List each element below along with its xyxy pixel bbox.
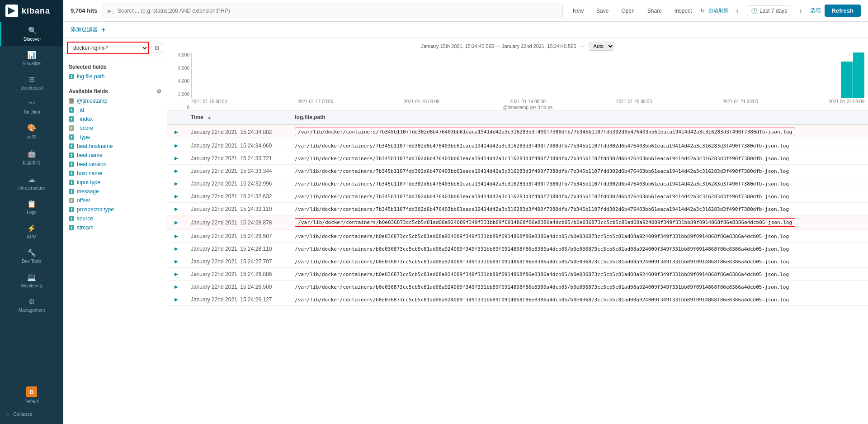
- expand-row-button[interactable]: ▶: [173, 219, 180, 226]
- kibana-logo-icon: [5, 5, 18, 17]
- timelion-label: Timelion: [23, 110, 40, 114]
- search-input[interactable]: [118, 8, 558, 14]
- index-pattern-select[interactable]: docker-nginx-*: [67, 42, 149, 54]
- filter-label[interactable]: 添加过滤器: [71, 26, 98, 33]
- expand-row-button[interactable]: ▶: [173, 180, 180, 187]
- available-field-beat.version[interactable]: t beat.version: [63, 160, 167, 169]
- sidebar-item-timelion[interactable]: 〰 Timelion: [0, 95, 63, 119]
- field-name-label: offset: [77, 197, 90, 204]
- time-cell: January 22nd 2021, 15:24:32.996: [185, 177, 289, 190]
- available-fields-label: Available fields: [69, 88, 108, 95]
- main-content: 9,704 hits ▶_ New Save Open Share Inspec…: [63, 0, 868, 424]
- open-button[interactable]: Open: [617, 6, 639, 16]
- row-expand-cell: ▶: [167, 281, 185, 293]
- fields-section: Selected fields t log.file.path Availabl…: [63, 58, 167, 424]
- ml-icon: 🤖: [27, 149, 36, 158]
- time-cell: January 22nd 2021, 15:24:28.507: [185, 230, 289, 243]
- expand-row-button[interactable]: ▶: [173, 233, 180, 239]
- prev-time-btn[interactable]: ‹: [732, 5, 743, 17]
- kibana-logo[interactable]: kibana: [0, 0, 63, 22]
- index-settings-button[interactable]: ⚙: [151, 43, 163, 53]
- table-body: ▶ January 22nd 2021, 15:24:34.882 /var/l…: [167, 124, 868, 306]
- right-content: January 15th 2021, 15:24:40.565 — Januar…: [167, 38, 868, 424]
- x-label: 2021-01-21 08:00: [722, 99, 758, 104]
- sidebar-item-monitoring[interactable]: 💻 Monitoring: [0, 268, 63, 293]
- share-button[interactable]: Share: [643, 6, 666, 16]
- refresh-button[interactable]: Refresh: [825, 5, 861, 17]
- expand-row-button[interactable]: ▶: [173, 142, 180, 149]
- time-cell: January 22nd 2021, 15:24:26.886: [185, 268, 289, 281]
- sidebar-item-infrastructure[interactable]: ☁ Infrastructure: [0, 171, 63, 195]
- y-label-2000: 2,000: [178, 92, 189, 97]
- expand-row-button[interactable]: ▶: [173, 129, 180, 135]
- path-cell: /var/lib/docker/containers/7b345b1107fdd…: [289, 190, 868, 203]
- filter-add-icon[interactable]: +: [101, 26, 105, 34]
- table-header: Time ▲ log.file.path: [167, 110, 868, 124]
- field-type-badge: t: [69, 189, 74, 194]
- field-name-label: beat.hostname: [77, 143, 113, 149]
- x-label: 2021-01-18 08:00: [404, 99, 439, 104]
- expand-row-button[interactable]: ▶: [173, 283, 180, 290]
- row-expand-cell: ▶: [167, 203, 185, 215]
- sidebar-item-apm[interactable]: ⚡ APM: [0, 219, 63, 244]
- expand-row-button[interactable]: ▶: [173, 245, 180, 252]
- available-field-beat.name[interactable]: t beat.name: [63, 151, 167, 160]
- auto-refresh-label[interactable]: 自动刷新: [708, 7, 728, 14]
- path-cell: /var/lib/docker/containers/b0e036873cc5c…: [289, 215, 868, 230]
- available-field-stream[interactable]: t stream: [63, 223, 167, 232]
- sidebar-item-logs[interactable]: 📋 Logs: [0, 195, 63, 219]
- infrastructure-icon: ☁: [28, 175, 35, 184]
- time-cell: January 22nd 2021, 15:24:26.500: [185, 281, 289, 293]
- sidebar-item-devtools[interactable]: 🔧 Dev Tools: [0, 244, 63, 268]
- available-field-_index[interactable]: t _index: [63, 114, 167, 124]
- expand-row-button[interactable]: ▶: [173, 205, 180, 212]
- sidebar-item-management[interactable]: ⚙ Management: [0, 293, 63, 317]
- path-cell: /var/lib/docker/containers/7b345b1107fdd…: [289, 203, 868, 215]
- sidebar-user[interactable]: D Default: [0, 383, 63, 408]
- row-expand-cell: ▶: [167, 255, 185, 268]
- time-col-header[interactable]: Time ▲: [185, 110, 289, 124]
- available-field-prospector.type[interactable]: t prospector.type: [63, 205, 167, 214]
- path-value: /var/lib/docker/containers/7b345b1107fdd…: [295, 143, 789, 149]
- available-fields-settings-icon[interactable]: ⚙: [156, 88, 161, 95]
- inspect-button[interactable]: Inspect: [670, 6, 697, 16]
- available-field-_type[interactable]: t _type: [63, 133, 167, 142]
- options-label[interactable]: 选项: [810, 7, 821, 14]
- available-field-beat.hostname[interactable]: t beat.hostname: [63, 142, 167, 151]
- time-range-picker[interactable]: 🕐 Last 7 days: [747, 5, 791, 16]
- available-field-input.type[interactable]: t input.type: [63, 178, 167, 187]
- available-field-_id[interactable]: t _id: [63, 105, 167, 114]
- sidebar-item-canvas[interactable]: 🎨 画布: [0, 119, 63, 145]
- sidebar-item-discover[interactable]: 🔍 Discover: [0, 22, 63, 46]
- available-field-_score[interactable]: # _score: [63, 124, 167, 133]
- new-button[interactable]: New: [568, 6, 588, 16]
- available-field-@timestamp[interactable]: ⏱ @timestamp: [63, 96, 167, 105]
- save-button[interactable]: Save: [592, 6, 613, 16]
- sidebar-item-ml[interactable]: 🤖 机器学习: [0, 145, 63, 171]
- expand-row-button[interactable]: ▶: [173, 193, 180, 200]
- path-col-header[interactable]: log.file.path: [289, 110, 868, 124]
- available-field-offset[interactable]: # offset: [63, 196, 167, 205]
- row-expand-cell: ▶: [167, 215, 185, 230]
- sidebar-item-visualize[interactable]: 📊 Visualize: [0, 46, 63, 71]
- expand-row-button[interactable]: ▶: [173, 167, 180, 174]
- expand-row-button[interactable]: ▶: [173, 155, 180, 162]
- expand-row-button[interactable]: ▶: [173, 258, 180, 265]
- next-time-btn[interactable]: ›: [795, 5, 806, 17]
- expand-row-button[interactable]: ▶: [173, 271, 180, 277]
- field-type-badge: t: [69, 225, 74, 230]
- visualize-label: Visualize: [23, 61, 41, 66]
- sidebar-item-dashboard[interactable]: ⊞ Dashboard: [0, 71, 63, 95]
- expand-row-button[interactable]: ▶: [173, 296, 180, 303]
- path-value: /var/lib/docker/containers/b0e036873cc5c…: [295, 297, 789, 303]
- collapse-button[interactable]: ← Collapse: [0, 408, 63, 420]
- search-bar[interactable]: ▶_: [103, 4, 563, 18]
- available-field-host.name[interactable]: t host.name: [63, 169, 167, 178]
- interval-select[interactable]: Auto: [589, 42, 614, 51]
- available-field-message[interactable]: t message: [63, 187, 167, 196]
- selected-field-log.file.path[interactable]: t log.file.path: [63, 72, 167, 81]
- collapse-label: Collapse: [13, 411, 33, 417]
- available-field-source[interactable]: t source: [63, 214, 167, 223]
- chart-x-labels: 2021-01-16 08:002021-01-17 08:002021-01-…: [191, 98, 864, 105]
- field-type-badge: t: [69, 162, 74, 167]
